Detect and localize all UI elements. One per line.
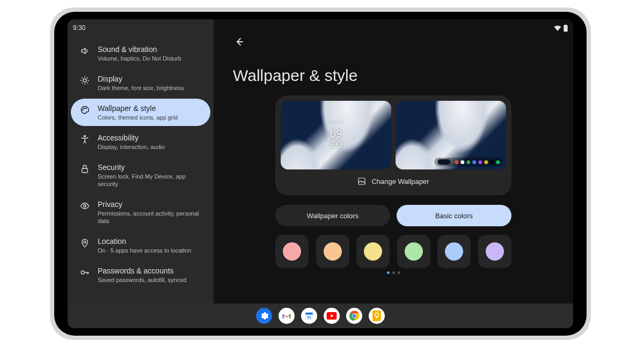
color-swatch-0[interactable] — [275, 235, 309, 268]
color-dot — [405, 242, 423, 261]
settings-sidebar: Sound & vibrationVolume, haptics, Do Not… — [68, 19, 214, 303]
color-dot — [324, 242, 342, 261]
status-time: 9:30 — [73, 24, 85, 32]
svg-rect-5 — [82, 168, 88, 173]
mini-app-icon — [490, 160, 494, 164]
lockscreen-clock: Tue Jan 10 09 30 — [330, 117, 343, 150]
sidebar-item-title: Accessibility — [98, 133, 165, 143]
app-dock: 31 — [68, 303, 573, 328]
sidebar-item-privacy[interactable]: PrivacyPermissions, account activity, pe… — [71, 195, 210, 229]
mini-app-icon — [455, 160, 458, 164]
mini-app-icon — [478, 160, 482, 164]
sidebar-item-sound-vibration[interactable]: Sound & vibrationVolume, haptics, Do Not… — [71, 40, 210, 67]
color-swatches — [275, 235, 511, 268]
svg-rect-11 — [305, 313, 313, 315]
sidebar-item-accessibility[interactable]: AccessibilityDisplay, interaction, audio — [71, 128, 210, 156]
brightness-icon — [79, 75, 90, 86]
palette-icon — [79, 105, 90, 115]
a11y-icon — [79, 134, 90, 145]
tab-wallpaper-colors-label: Wallpaper colors — [307, 212, 358, 220]
color-dot — [486, 242, 504, 261]
color-swatch-3[interactable] — [397, 235, 430, 268]
dock-app-keep[interactable] — [369, 308, 385, 324]
mini-app-icon — [460, 160, 464, 164]
sidebar-item-title: Sound & vibration — [98, 45, 181, 54]
sidebar-item-title: Display — [98, 74, 184, 84]
sidebar-item-subtitle: Permissions, account activity, personal … — [98, 210, 203, 225]
sidebar-item-location[interactable]: LocationOn · 5 apps have access to locat… — [71, 232, 210, 259]
lockscreen-preview[interactable]: Tue Jan 10 09 30 — [281, 101, 391, 169]
svg-point-1 — [83, 109, 84, 110]
sidebar-item-security[interactable]: SecurityScreen lock, Find My Device, app… — [71, 158, 210, 192]
sidebar-item-title: Location — [98, 236, 191, 246]
change-wallpaper-button[interactable]: Change Wallpaper — [281, 169, 506, 190]
pager-dot — [392, 271, 395, 274]
svg-rect-19 — [376, 316, 378, 318]
svg-point-8 — [81, 271, 84, 274]
tab-basic-colors[interactable]: Basic colors — [397, 205, 511, 226]
mini-app-icon — [496, 160, 500, 164]
color-swatch-2[interactable] — [356, 235, 390, 268]
wifi-icon — [554, 25, 561, 31]
status-bar: 9:30 — [68, 21, 573, 34]
dock-app-gmail[interactable] — [279, 308, 295, 324]
sidebar-item-subtitle: Display, interaction, audio — [98, 143, 165, 151]
homescreen-preview[interactable] — [396, 101, 506, 169]
screen: 9:30 Sound & vibrationVolume, haptics, D… — [68, 19, 573, 328]
eye-icon — [79, 201, 90, 211]
sidebar-item-title: Privacy — [98, 199, 203, 209]
color-swatch-4[interactable] — [437, 235, 471, 268]
color-dot — [364, 242, 382, 261]
sidebar-item-passwords-accounts[interactable]: Passwords & accountsSaved passwords, aut… — [71, 261, 210, 288]
mini-app-icon — [472, 160, 476, 164]
mini-app-icon — [466, 160, 470, 164]
color-dot — [283, 242, 301, 261]
dock-app-youtube[interactable] — [324, 308, 340, 324]
color-swatch-1[interactable] — [316, 235, 349, 268]
sidebar-item-display[interactable]: DisplayDark theme, font size, brightness — [71, 69, 210, 97]
pager-dots — [275, 271, 511, 274]
svg-point-2 — [84, 108, 85, 109]
sidebar-item-subtitle: Saved passwords, autofill, synced — [98, 276, 187, 284]
sidebar-item-wallpaper-style[interactable]: Wallpaper & styleColors, themed icons, a… — [71, 99, 210, 126]
battery-icon — [564, 25, 568, 32]
pin-icon — [79, 238, 90, 248]
sidebar-item-title: Security — [98, 162, 203, 172]
svg-point-3 — [86, 108, 87, 109]
dock-app-settings[interactable] — [256, 308, 272, 324]
mini-app-icon — [484, 160, 488, 164]
tablet-bezel: 9:30 Sound & vibrationVolume, haptics, D… — [54, 12, 587, 336]
tab-wallpaper-colors[interactable]: Wallpaper colors — [275, 205, 390, 226]
volume-icon — [79, 46, 90, 56]
svg-point-7 — [84, 241, 86, 243]
svg-rect-9 — [358, 178, 365, 184]
wallpaper-card: Tue Jan 10 09 30 — [275, 95, 511, 195]
sidebar-item-title: Passwords & accounts — [98, 266, 187, 276]
svg-point-17 — [353, 314, 356, 318]
sidebar-item-title: Wallpaper & style — [98, 103, 178, 113]
sidebar-item-subtitle: Dark theme, font size, brightness — [98, 84, 184, 92]
key-icon — [79, 267, 90, 278]
dock-app-calendar[interactable]: 31 — [301, 308, 317, 324]
panes: Sound & vibrationVolume, haptics, Do Not… — [68, 19, 573, 303]
pager-dot — [398, 271, 400, 274]
tablet-frame: 9:30 Sound & vibrationVolume, haptics, D… — [50, 8, 591, 340]
sidebar-item-subtitle: On · 5 apps have access to location — [98, 247, 191, 254]
dock-app-chrome[interactable] — [346, 308, 362, 324]
svg-point-4 — [84, 136, 86, 137]
svg-point-6 — [84, 205, 86, 208]
wallpaper-icon — [357, 177, 366, 186]
content-pane: Wallpaper & style Tue Jan 10 09 30 — [214, 19, 573, 303]
change-wallpaper-label: Change Wallpaper — [371, 177, 429, 186]
color-tabs: Wallpaper colors Basic colors — [275, 205, 511, 226]
tab-basic-colors-label: Basic colors — [435, 212, 473, 220]
page-title: Wallpaper & style — [233, 66, 556, 85]
homescreen-mini-dock — [434, 158, 503, 166]
sidebar-item-subtitle: Screen lock, Find My Device, app securit… — [98, 173, 203, 188]
back-button[interactable] — [231, 33, 248, 50]
color-swatch-5[interactable] — [478, 235, 511, 268]
sidebar-item-subtitle: Volume, haptics, Do Not Disturb — [98, 55, 181, 62]
lock-icon — [79, 164, 90, 174]
svg-point-0 — [83, 79, 86, 82]
svg-text:31: 31 — [307, 315, 311, 320]
